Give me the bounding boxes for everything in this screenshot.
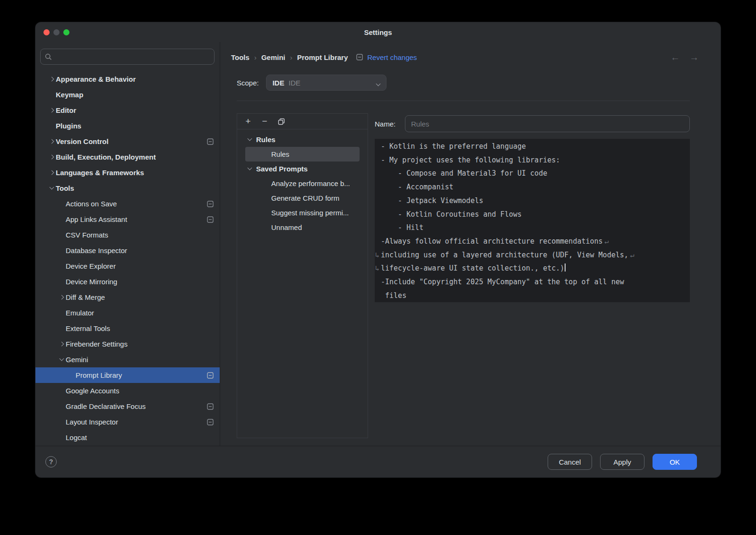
- sidebar-item-device-explorer[interactable]: Device Explorer: [35, 258, 220, 274]
- copy-icon: [278, 118, 285, 125]
- text-caret: [565, 263, 566, 272]
- sidebar-item-keymap[interactable]: Keymap: [35, 87, 220, 102]
- modified-settings-icon: [207, 419, 214, 425]
- prompt-text-editor[interactable]: - Kotlin is the preferred language - My …: [375, 139, 690, 302]
- forward-arrow-icon[interactable]: →: [689, 52, 699, 63]
- sidebar-item-csv-formats[interactable]: CSV Formats: [35, 227, 220, 243]
- name-label: Name:: [375, 120, 405, 128]
- modified-settings-icon: [207, 216, 214, 223]
- history-navigation: ← →: [670, 52, 699, 63]
- modified-settings-icon: [356, 54, 363, 60]
- soft-wrap-icon: ↵: [605, 237, 609, 246]
- sidebar-item-editor[interactable]: Editor: [35, 102, 220, 118]
- prompt-item-unnamed[interactable]: Unnamed: [237, 220, 368, 235]
- soft-wrap-icon: ↳: [375, 248, 381, 262]
- sidebar-item-device-mirroring[interactable]: Device Mirroring: [35, 274, 220, 289]
- minimize-window-button[interactable]: [53, 29, 60, 35]
- modified-settings-icon: [207, 201, 214, 207]
- prompt-item-analyze-performance[interactable]: Analyze performance b...: [237, 176, 368, 191]
- breadcrumb-separator-icon: ›: [254, 53, 257, 61]
- chevron-right-icon: [49, 77, 54, 82]
- breadcrumb-tools[interactable]: Tools: [231, 53, 249, 61]
- prompt-name-input[interactable]: [405, 115, 690, 132]
- revert-changes-link[interactable]: Revert changes: [367, 53, 417, 61]
- editor-line: -Include "Copyright 2025 MyCompany" at t…: [381, 275, 684, 289]
- scope-value: IDE: [273, 79, 284, 87]
- editor-line: ↳including use of a layered architecture…: [381, 248, 684, 262]
- sidebar-item-logcat[interactable]: Logcat: [35, 430, 220, 445]
- chevron-down-icon: [248, 166, 252, 170]
- add-prompt-button[interactable]: +: [243, 117, 253, 126]
- chevron-down-icon: [59, 357, 64, 361]
- sidebar-item-google-accounts[interactable]: Google Accounts: [35, 383, 220, 399]
- breadcrumb-separator-icon: ›: [290, 53, 292, 61]
- sidebar-item-version-control[interactable]: Version Control: [35, 134, 220, 149]
- editor-line: - Accompanist: [381, 180, 684, 194]
- close-window-button[interactable]: [43, 29, 50, 35]
- settings-search-box[interactable]: [40, 49, 215, 65]
- remove-prompt-button[interactable]: −: [260, 117, 269, 126]
- prompt-item-generate-crud-form[interactable]: Generate CRUD form: [237, 191, 368, 205]
- window-title: Settings: [364, 28, 392, 36]
- prompts-pane: + − Rules: [237, 113, 368, 438]
- breadcrumb-gemini[interactable]: Gemini: [261, 53, 285, 61]
- soft-wrap-icon: ↳: [375, 262, 381, 275]
- prompt-group-saved-prompts[interactable]: Saved Prompts: [237, 161, 368, 176]
- chevron-right-icon: [49, 139, 54, 144]
- prompt-item-suggest-missing-permissions[interactable]: Suggest missing permi...: [237, 205, 368, 220]
- scope-value-detail: IDE: [289, 79, 301, 87]
- cancel-button[interactable]: Cancel: [548, 454, 592, 470]
- footer-buttons: Cancel Apply OK: [548, 454, 697, 470]
- editor-line: - My project uses the following librarie…: [381, 153, 684, 167]
- prompt-group-rules[interactable]: Rules: [237, 132, 368, 147]
- breadcrumb-prompt-library: Prompt Library: [297, 53, 348, 61]
- sidebar-item-layout-inspector[interactable]: Layout Inspector: [35, 414, 220, 430]
- sidebar-item-firebender-settings[interactable]: Firebender Settings: [35, 336, 220, 352]
- settings-search-input[interactable]: [55, 53, 210, 60]
- sidebar-item-actions-on-save[interactable]: Actions on Save: [35, 196, 220, 212]
- settings-tree: Appearance & Behavior Keymap Editor Plug…: [35, 71, 220, 446]
- settings-content: Tools › Gemini › Prompt Library Revert c…: [220, 42, 721, 446]
- sidebar-item-prompt-library[interactable]: Prompt Library: [35, 367, 220, 383]
- sidebar-item-app-links-assistant[interactable]: App Links Assistant: [35, 212, 220, 227]
- window-controls: [43, 22, 69, 42]
- help-button[interactable]: ?: [45, 456, 57, 467]
- modified-settings-icon: [207, 138, 214, 145]
- prompt-detail: Name: - Kotlin is the preferred language…: [375, 113, 690, 438]
- search-icon: [45, 53, 52, 60]
- sidebar-item-build-execution-deployment[interactable]: Build, Execution, Deployment: [35, 149, 220, 165]
- sidebar-item-external-tools[interactable]: External Tools: [35, 321, 220, 336]
- sidebar-item-emulator[interactable]: Emulator: [35, 305, 220, 321]
- settings-window: Settings Appearance & Behavior Keymap: [35, 22, 721, 477]
- prompt-item-rules[interactable]: Rules: [245, 147, 360, 161]
- sidebar-item-diff-merge[interactable]: Diff & Merge: [35, 289, 220, 305]
- prompts-toolbar: + −: [237, 114, 368, 129]
- back-arrow-icon[interactable]: ←: [670, 52, 680, 63]
- sidebar-item-appearance-behavior[interactable]: Appearance & Behavior: [35, 71, 220, 87]
- dialog-footer: ? Cancel Apply OK: [35, 446, 721, 477]
- sidebar-item-plugins[interactable]: Plugins: [35, 118, 220, 134]
- chevron-right-icon: [59, 295, 64, 300]
- copy-prompt-button[interactable]: [276, 117, 286, 126]
- apply-button[interactable]: Apply: [600, 454, 644, 470]
- zoom-window-button[interactable]: [63, 29, 69, 35]
- chevron-right-icon: [49, 170, 54, 175]
- prompts-tree: Rules Rules Saved Prompts Analyze perfor…: [237, 129, 368, 235]
- editor-line: - Kotlin is the preferred language: [381, 140, 684, 153]
- editor-line: ↳lifecycle-aware UI state collection., e…: [381, 262, 684, 275]
- sidebar-item-tools[interactable]: Tools: [35, 180, 220, 196]
- editor-line: - Jetpack Viewmodels: [381, 194, 684, 208]
- title-bar: Settings: [35, 22, 721, 42]
- chevron-down-icon: [248, 136, 252, 141]
- soft-wrap-icon: ↵: [630, 251, 635, 259]
- breadcrumb: Tools › Gemini › Prompt Library Revert c…: [220, 42, 721, 65]
- scope-dropdown[interactable]: IDE IDE: [266, 75, 387, 91]
- settings-sidebar: Appearance & Behavior Keymap Editor Plug…: [35, 42, 220, 446]
- scope-label: Scope:: [237, 79, 259, 87]
- sidebar-item-gemini[interactable]: Gemini: [35, 352, 220, 367]
- sidebar-item-languages-frameworks[interactable]: Languages & Frameworks: [35, 165, 220, 180]
- sidebar-item-gradle-declarative-focus[interactable]: Gradle Declarative Focus: [35, 399, 220, 414]
- chevron-right-icon: [49, 108, 54, 113]
- sidebar-item-database-inspector[interactable]: Database Inspector: [35, 243, 220, 258]
- ok-button[interactable]: OK: [653, 454, 697, 470]
